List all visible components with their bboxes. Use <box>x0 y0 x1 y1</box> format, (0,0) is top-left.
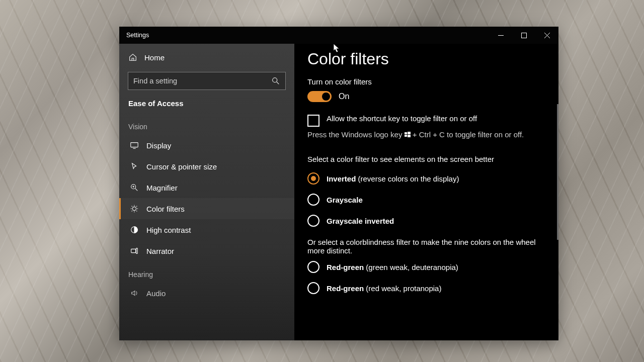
radio-grayscale[interactable]: Grayscale <box>307 194 545 206</box>
radio-protanopia[interactable]: Red-green (red weak, protanopia) <box>307 282 545 294</box>
close-button[interactable] <box>535 27 558 44</box>
sidebar-item-label: Magnifier <box>146 184 178 192</box>
filter-section-label: Select a color filter to see elements on… <box>307 155 545 163</box>
shortcut-hint-prefix: Press the Windows logo key <box>307 130 405 139</box>
svg-line-20 <box>136 206 137 207</box>
sidebar-item-display[interactable]: Display <box>119 135 294 156</box>
window-body: Home Find a setting Ease of Access Visio… <box>119 44 558 340</box>
svg-rect-25 <box>408 132 411 134</box>
display-icon <box>130 141 139 150</box>
svg-line-19 <box>132 211 132 211</box>
radio-deuteranopia[interactable]: Red-green (green weak, deuteranopia) <box>307 261 545 273</box>
search-placeholder: Find a setting <box>133 77 271 85</box>
radio-label-bold: Red-green <box>327 263 364 272</box>
toggle-state-text: On <box>339 92 349 101</box>
settings-window: Settings Home Find a setting <box>119 27 558 340</box>
sidebar-item-high-contrast[interactable]: High contrast <box>119 219 294 240</box>
sidebar-group-hearing-label: Hearing <box>119 261 294 283</box>
svg-rect-23 <box>136 248 138 254</box>
radio-inverted[interactable]: Inverted (reverse colors on the display) <box>307 172 545 185</box>
radio-label-note: (red weak, protanopia) <box>364 284 441 293</box>
radio-indicator <box>307 282 319 294</box>
sidebar-item-label: High contrast <box>146 226 191 234</box>
svg-line-9 <box>135 189 138 191</box>
svg-rect-24 <box>405 132 407 134</box>
sidebar-home-label: Home <box>144 53 165 62</box>
sidebar-home[interactable]: Home <box>119 48 294 67</box>
shortcut-hint-suffix: + Ctrl + C to toggle filter on or off. <box>413 130 524 139</box>
sidebar: Home Find a setting Ease of Access Visio… <box>119 44 294 340</box>
svg-rect-22 <box>131 249 136 252</box>
svg-rect-1 <box>521 33 526 38</box>
minimize-button[interactable] <box>489 27 512 44</box>
home-icon <box>128 53 137 62</box>
search-icon <box>271 76 280 85</box>
sidebar-item-narrator[interactable]: Narrator <box>119 240 294 261</box>
color-filters-icon <box>130 204 139 213</box>
search-input[interactable]: Find a setting <box>128 72 286 90</box>
sidebar-item-color-filters[interactable]: Color filters <box>119 198 294 219</box>
maximize-button[interactable] <box>512 27 535 44</box>
scrollbar[interactable] <box>557 104 558 240</box>
cursor-icon <box>130 162 139 171</box>
shortcut-checkbox[interactable] <box>307 115 319 127</box>
windows-key-icon <box>405 130 411 140</box>
colorblind-section-label: Or select a colorblindness filter to mak… <box>307 238 545 255</box>
svg-rect-26 <box>405 135 407 137</box>
svg-point-12 <box>132 207 136 210</box>
radio-indicator <box>307 215 319 227</box>
radio-label-note: (green weak, deuteranopia) <box>364 263 458 272</box>
window-title: Settings <box>119 32 489 39</box>
radio-label-bold: Grayscale <box>327 196 363 204</box>
sidebar-item-label: Color filters <box>146 205 185 213</box>
radio-label-bold: Inverted <box>327 174 356 183</box>
sidebar-item-label: Display <box>146 141 171 150</box>
shortcut-checkbox-label: Allow the shortcut key to toggle filter … <box>327 114 477 123</box>
radio-label-note: (reverse colors on the display) <box>356 174 459 183</box>
titlebar[interactable]: Settings <box>119 27 558 44</box>
radio-grayscale-inverted[interactable]: Grayscale inverted <box>307 215 545 227</box>
sidebar-item-label: Narrator <box>146 247 174 255</box>
radio-label-bold: Red-green <box>327 284 364 293</box>
page-title: Color filters <box>307 50 545 68</box>
radio-label-bold: Grayscale inverted <box>327 217 394 225</box>
radio-indicator <box>307 194 319 206</box>
svg-line-18 <box>136 211 137 211</box>
narrator-icon <box>130 246 139 255</box>
sidebar-item-cursor[interactable]: Cursor & pointer size <box>119 156 294 177</box>
color-filters-toggle[interactable] <box>307 91 332 102</box>
radio-indicator <box>307 172 319 185</box>
sidebar-item-magnifier[interactable]: Magnifier <box>119 177 294 198</box>
magnifier-icon <box>130 183 139 192</box>
toggle-label: Turn on color filters <box>307 77 545 86</box>
sidebar-category: Ease of Access <box>119 97 294 114</box>
svg-rect-27 <box>408 135 411 137</box>
audio-icon <box>130 289 139 298</box>
content-pane: Color filters Turn on color filters On A… <box>294 44 558 340</box>
sidebar-group-vision-label: Vision <box>119 114 294 135</box>
window-controls <box>489 27 558 44</box>
sidebar-item-label: Audio <box>146 289 166 298</box>
svg-line-17 <box>132 206 132 207</box>
svg-line-5 <box>277 82 279 84</box>
svg-point-4 <box>273 78 277 82</box>
radio-indicator <box>307 261 319 273</box>
high-contrast-icon <box>130 225 139 234</box>
sidebar-item-audio[interactable]: Audio <box>119 283 294 304</box>
svg-rect-6 <box>131 143 138 147</box>
shortcut-hint: Press the Windows logo key + Ctrl + C to… <box>307 130 545 140</box>
sidebar-item-label: Cursor & pointer size <box>146 162 217 171</box>
